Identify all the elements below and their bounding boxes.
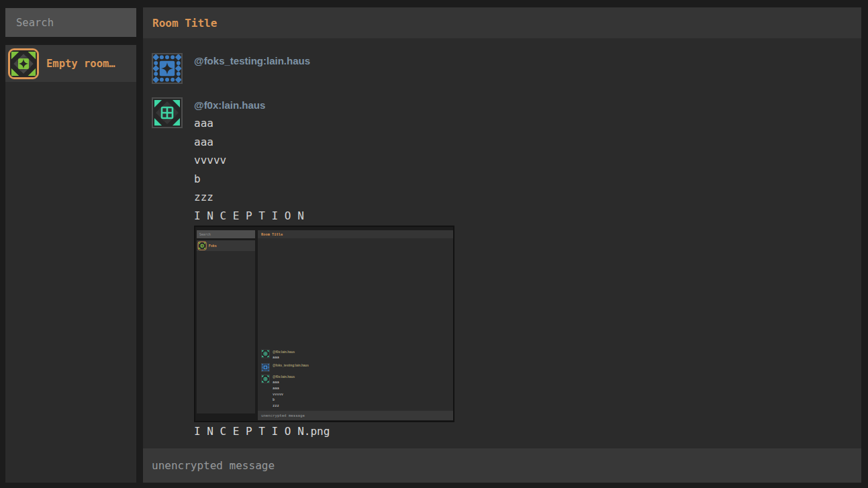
mini-message-text: b <box>273 397 295 403</box>
message-sender[interactable]: @f0x:lain.haus <box>194 99 454 112</box>
mini-search-input: Search <box>197 230 255 238</box>
message-text: zzz <box>194 188 454 207</box>
teal-window-identicon <box>261 350 270 358</box>
mini-message-text: zzz <box>273 403 295 409</box>
blue-dots-identicon <box>261 363 270 372</box>
message-text: aaa <box>194 133 454 152</box>
mini-message: @f0x:lain.haus aaa aaa vvvvv b zzz <box>261 375 454 408</box>
mini-room-name: Foks <box>209 244 217 248</box>
room-list: Empty room… <box>5 45 136 483</box>
mini-room-header: Room Title <box>258 230 454 238</box>
message-text: b <box>194 170 454 189</box>
mini-message: @f0x:lain.haus aaa <box>261 350 454 360</box>
search-input[interactable] <box>5 8 136 37</box>
mini-message-text: vvvvv <box>273 391 295 397</box>
mini-message-timeline: @f0x:lain.haus aaa <box>258 238 454 411</box>
inception-screenshot: Search <box>195 227 454 422</box>
room-name: Empty room… <box>46 58 115 70</box>
message-text: vvvvv <box>194 151 454 170</box>
green-sparkle-identicon <box>198 241 207 250</box>
mini-message-text: aaa <box>273 354 295 360</box>
composer <box>143 448 861 483</box>
mini-room-item: Foks <box>197 240 255 251</box>
mini-message-input: unencrypted message <box>258 411 454 420</box>
room-title: Room Title <box>152 17 217 30</box>
mini-message: @foks_testing:lain.haus <box>261 363 454 372</box>
sidebar: Empty room… <box>5 8 136 483</box>
message-timeline[interactable]: @foks_testing:lain.haus <box>143 38 861 448</box>
message: @foks_testing:lain.haus <box>152 53 861 84</box>
chat-panel: Room Title <box>143 7 861 483</box>
room-item-empty-room[interactable]: Empty room… <box>5 45 136 82</box>
teal-window-identicon <box>261 375 270 383</box>
mini-message-sender: @foks_testing:lain.haus <box>273 363 309 367</box>
attachment-filename[interactable]: I N C E P T I O N.png <box>194 422 454 441</box>
message-text: I N C E P T I O N <box>194 207 454 226</box>
room-header: Room Title <box>143 7 861 38</box>
message: @f0x:lain.haus aaa aaa vvvvv b zzz I N C… <box>152 97 861 441</box>
mini-message-text: aaa <box>273 385 295 391</box>
message-input[interactable] <box>143 459 861 472</box>
mini-message-sender: @f0x:lain.haus <box>273 375 295 379</box>
message-text: aaa <box>194 114 454 133</box>
mini-room-list: Foks <box>197 240 255 413</box>
mini-message-sender: @f0x:lain.haus <box>273 350 295 354</box>
blue-dots-identicon[interactable] <box>152 53 183 84</box>
teal-window-identicon[interactable] <box>152 97 183 128</box>
image-attachment[interactable]: Search <box>194 226 454 422</box>
mini-sidebar: Search <box>197 230 255 413</box>
mini-message-text: aaa <box>273 379 295 385</box>
message-sender[interactable]: @foks_testing:lain.haus <box>194 54 310 68</box>
green-sparkle-identicon <box>8 48 39 79</box>
mini-chat-panel: Room Title <box>258 230 454 420</box>
mini-room-title: Room Title <box>261 232 283 236</box>
